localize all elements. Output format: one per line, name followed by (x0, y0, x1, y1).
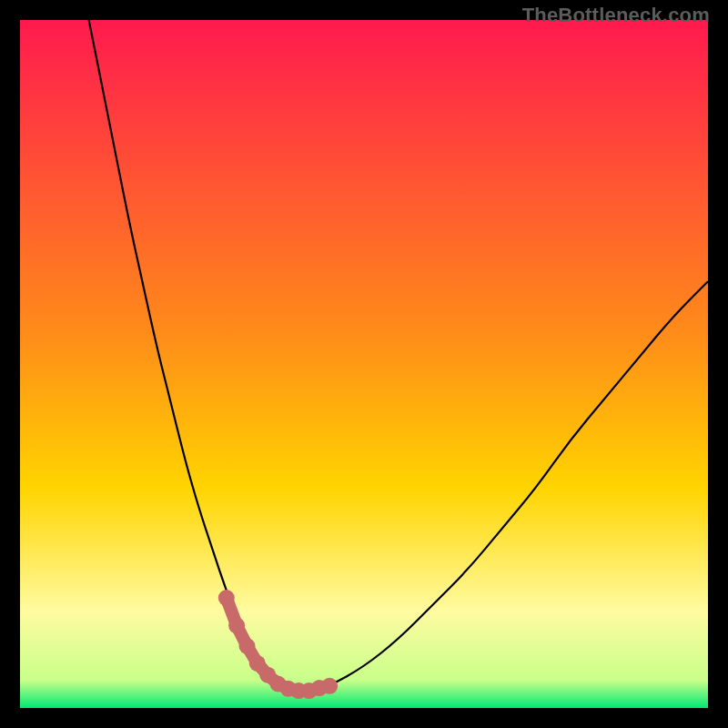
plot-area (20, 20, 708, 708)
chart-container: TheBottleneck.com (0, 0, 728, 728)
highlight-dot (228, 617, 245, 633)
gradient-background (20, 20, 708, 708)
watermark-text: TheBottleneck.com (522, 4, 710, 27)
highlight-dot (239, 638, 256, 654)
chart-svg (20, 20, 708, 708)
highlight-dot (321, 678, 338, 694)
highlight-dot (218, 590, 235, 606)
